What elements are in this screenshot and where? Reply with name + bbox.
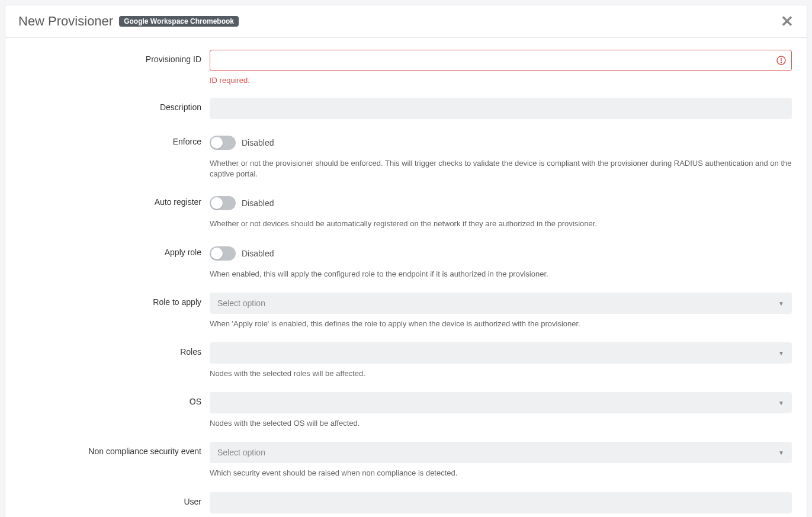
os-select[interactable]: ▼: [210, 392, 792, 413]
field-description: [210, 98, 792, 119]
row-roles: Roles ▼ Nodes with the selected roles wi…: [20, 342, 792, 379]
label-enforce: Enforce: [20, 132, 210, 146]
row-enforce: Enforce Disabled Whether or not the prov…: [20, 132, 792, 179]
label-apply-role: Apply role: [20, 243, 210, 257]
provisioner-type-badge: Google Workspace Chromebook: [119, 16, 239, 27]
modal-title: New Provisioner: [18, 14, 113, 29]
row-auto-register: Auto register Disabled Whether or not de…: [20, 192, 792, 229]
enforce-state: Disabled: [242, 138, 274, 147]
row-os: OS ▼ Nodes with the selected OS will be …: [20, 392, 792, 429]
label-provisioning-id: Provisioning ID: [20, 50, 210, 64]
caret-down-icon: ▼: [778, 449, 784, 456]
help-roles: Nodes with the selected roles will be af…: [210, 368, 792, 379]
caret-down-icon: ▼: [778, 400, 784, 406]
error-text-provisioning-id: ID required.: [210, 76, 792, 85]
apply-role-state: Disabled: [242, 249, 274, 258]
description-input[interactable]: [210, 98, 792, 119]
row-user: User User the service account will imper…: [20, 492, 792, 518]
modal-title-wrap: New Provisioner Google Workspace Chromeb…: [18, 14, 239, 29]
label-user: User: [20, 492, 210, 506]
auto-register-toggle[interactable]: [210, 196, 236, 210]
role-to-apply-placeholder: Select option: [217, 298, 265, 308]
input-wrap-provisioning-id: [210, 50, 792, 71]
label-os: OS: [20, 392, 210, 406]
provisioner-modal: New Provisioner Google Workspace Chromeb…: [5, 5, 807, 517]
role-to-apply-select[interactable]: Select option ▼: [210, 293, 792, 314]
row-apply-role: Apply role Disabled When enabled, this w…: [20, 243, 792, 280]
help-enforce: Whether or not the provisioner should be…: [210, 158, 792, 179]
help-apply-role: When enabled, this will apply the config…: [210, 269, 792, 280]
field-os: ▼ Nodes with the selected OS will be aff…: [210, 392, 792, 429]
field-auto-register: Disabled Whether or not devices should b…: [210, 192, 792, 229]
close-icon[interactable]: ✕: [781, 14, 794, 29]
help-non-compliance: Which security event should be raised wh…: [210, 468, 792, 479]
field-user: User the service account will impersonat…: [210, 492, 792, 518]
modal-body: Provisioning ID ID required. Descr: [5, 38, 807, 517]
modal-header: New Provisioner Google Workspace Chromeb…: [5, 5, 807, 38]
help-os: Nodes with the selected OS will be affec…: [210, 418, 792, 429]
enforce-toggle[interactable]: [210, 136, 236, 150]
field-role-to-apply: Select option ▼ When 'Apply role' is ena…: [210, 293, 792, 329]
caret-down-icon: ▼: [778, 349, 784, 356]
row-role-to-apply: Role to apply Select option ▼ When 'Appl…: [20, 293, 792, 329]
roles-select[interactable]: ▼: [210, 342, 792, 364]
apply-role-toggle[interactable]: [210, 246, 236, 261]
field-non-compliance: Select option ▼ Which security event sho…: [210, 442, 792, 479]
field-provisioning-id: ID required.: [210, 50, 792, 85]
label-auto-register: Auto register: [20, 192, 210, 207]
non-compliance-placeholder: Select option: [217, 448, 265, 457]
label-roles: Roles: [20, 342, 210, 357]
field-apply-role: Disabled When enabled, this will apply t…: [210, 243, 792, 280]
row-non-compliance: Non compliance security event Select opt…: [20, 442, 792, 479]
auto-register-state: Disabled: [242, 198, 274, 208]
label-description: Description: [20, 98, 210, 112]
row-provisioning-id: Provisioning ID ID required.: [20, 50, 792, 85]
field-roles: ▼ Nodes with the selected roles will be …: [210, 342, 792, 379]
error-icon: [776, 56, 786, 65]
help-auto-register: Whether or not devices should be automat…: [210, 219, 792, 229]
label-non-compliance: Non compliance security event: [20, 442, 210, 456]
svg-point-2: [781, 62, 781, 63]
row-description: Description: [20, 98, 792, 119]
label-role-to-apply: Role to apply: [20, 293, 210, 307]
field-enforce: Disabled Whether or not the provisioner …: [210, 132, 792, 179]
provisioning-id-input[interactable]: [210, 50, 792, 71]
non-compliance-select[interactable]: Select option ▼: [210, 442, 792, 463]
user-input[interactable]: [210, 492, 792, 513]
help-role-to-apply: When 'Apply role' is enabled, this defin…: [210, 319, 792, 329]
caret-down-icon: ▼: [778, 300, 784, 306]
